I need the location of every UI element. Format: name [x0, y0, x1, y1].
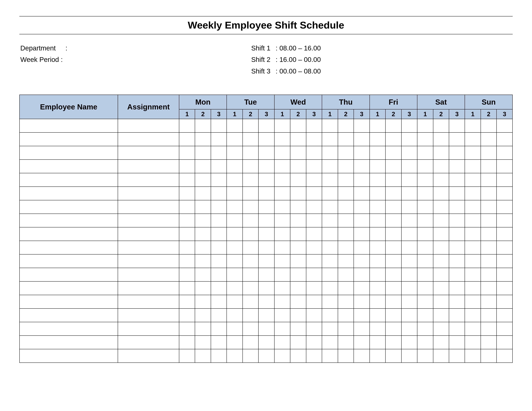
cell-shift[interactable]: [370, 322, 385, 336]
cell-shift[interactable]: [179, 281, 195, 295]
cell-shift[interactable]: [354, 214, 370, 227]
cell-shift[interactable]: [370, 119, 385, 132]
cell-employee-name[interactable]: [19, 268, 118, 281]
cell-shift[interactable]: [433, 308, 449, 322]
cell-shift[interactable]: [179, 336, 195, 349]
cell-shift[interactable]: [465, 254, 481, 268]
cell-shift[interactable]: [449, 214, 465, 227]
cell-shift[interactable]: [465, 322, 481, 336]
cell-shift[interactable]: [496, 227, 513, 241]
cell-shift[interactable]: [306, 187, 322, 200]
cell-shift[interactable]: [243, 159, 258, 173]
cell-shift[interactable]: [338, 187, 354, 200]
cell-shift[interactable]: [258, 119, 274, 132]
cell-shift[interactable]: [227, 132, 242, 146]
cell-shift[interactable]: [465, 295, 481, 308]
cell-shift[interactable]: [449, 187, 465, 200]
cell-shift[interactable]: [496, 119, 513, 132]
cell-assignment[interactable]: [118, 349, 179, 363]
cell-shift[interactable]: [306, 336, 322, 349]
cell-shift[interactable]: [417, 173, 433, 187]
cell-shift[interactable]: [385, 214, 401, 227]
cell-shift[interactable]: [385, 308, 401, 322]
cell-shift[interactable]: [496, 159, 513, 173]
cell-shift[interactable]: [290, 281, 306, 295]
cell-shift[interactable]: [258, 214, 274, 227]
cell-shift[interactable]: [338, 349, 354, 363]
cell-shift[interactable]: [496, 322, 513, 336]
cell-shift[interactable]: [449, 241, 465, 254]
cell-shift[interactable]: [417, 295, 433, 308]
cell-shift[interactable]: [179, 200, 195, 214]
cell-shift[interactable]: [306, 132, 322, 146]
cell-shift[interactable]: [385, 187, 401, 200]
cell-shift[interactable]: [401, 159, 417, 173]
cell-shift[interactable]: [401, 254, 417, 268]
cell-shift[interactable]: [274, 281, 290, 295]
cell-shift[interactable]: [338, 295, 354, 308]
cell-shift[interactable]: [322, 159, 338, 173]
cell-shift[interactable]: [243, 241, 258, 254]
cell-shift[interactable]: [401, 349, 417, 363]
cell-shift[interactable]: [465, 214, 481, 227]
cell-shift[interactable]: [211, 322, 227, 336]
cell-shift[interactable]: [401, 187, 417, 200]
cell-shift[interactable]: [290, 187, 306, 200]
cell-shift[interactable]: [354, 322, 370, 336]
cell-shift[interactable]: [465, 227, 481, 241]
cell-shift[interactable]: [195, 241, 211, 254]
cell-shift[interactable]: [211, 119, 227, 132]
cell-employee-name[interactable]: [19, 308, 118, 322]
cell-shift[interactable]: [433, 227, 449, 241]
cell-shift[interactable]: [179, 254, 195, 268]
cell-shift[interactable]: [449, 173, 465, 187]
cell-shift[interactable]: [370, 268, 385, 281]
cell-assignment[interactable]: [118, 241, 179, 254]
cell-shift[interactable]: [449, 159, 465, 173]
cell-shift[interactable]: [290, 132, 306, 146]
cell-shift[interactable]: [354, 308, 370, 322]
cell-shift[interactable]: [433, 119, 449, 132]
cell-employee-name[interactable]: [19, 295, 118, 308]
cell-shift[interactable]: [274, 146, 290, 159]
cell-shift[interactable]: [433, 187, 449, 200]
cell-shift[interactable]: [401, 227, 417, 241]
cell-shift[interactable]: [211, 241, 227, 254]
cell-shift[interactable]: [370, 336, 385, 349]
cell-shift[interactable]: [385, 132, 401, 146]
cell-shift[interactable]: [274, 336, 290, 349]
cell-shift[interactable]: [211, 281, 227, 295]
cell-shift[interactable]: [258, 336, 274, 349]
cell-shift[interactable]: [354, 241, 370, 254]
cell-shift[interactable]: [258, 322, 274, 336]
cell-shift[interactable]: [306, 349, 322, 363]
cell-shift[interactable]: [481, 200, 496, 214]
cell-shift[interactable]: [195, 200, 211, 214]
cell-shift[interactable]: [211, 187, 227, 200]
cell-shift[interactable]: [417, 200, 433, 214]
cell-employee-name[interactable]: [19, 322, 118, 336]
cell-shift[interactable]: [370, 281, 385, 295]
cell-shift[interactable]: [370, 146, 385, 159]
cell-shift[interactable]: [290, 159, 306, 173]
cell-shift[interactable]: [306, 295, 322, 308]
cell-shift[interactable]: [417, 146, 433, 159]
cell-shift[interactable]: [195, 308, 211, 322]
cell-assignment[interactable]: [118, 227, 179, 241]
cell-shift[interactable]: [481, 119, 496, 132]
cell-shift[interactable]: [354, 295, 370, 308]
cell-employee-name[interactable]: [19, 159, 118, 173]
cell-shift[interactable]: [481, 336, 496, 349]
cell-shift[interactable]: [179, 119, 195, 132]
cell-shift[interactable]: [179, 295, 195, 308]
cell-shift[interactable]: [211, 336, 227, 349]
cell-shift[interactable]: [243, 336, 258, 349]
cell-shift[interactable]: [401, 322, 417, 336]
cell-shift[interactable]: [274, 132, 290, 146]
cell-shift[interactable]: [179, 132, 195, 146]
cell-assignment[interactable]: [118, 322, 179, 336]
cell-shift[interactable]: [338, 308, 354, 322]
cell-shift[interactable]: [481, 295, 496, 308]
cell-shift[interactable]: [195, 159, 211, 173]
cell-employee-name[interactable]: [19, 349, 118, 363]
